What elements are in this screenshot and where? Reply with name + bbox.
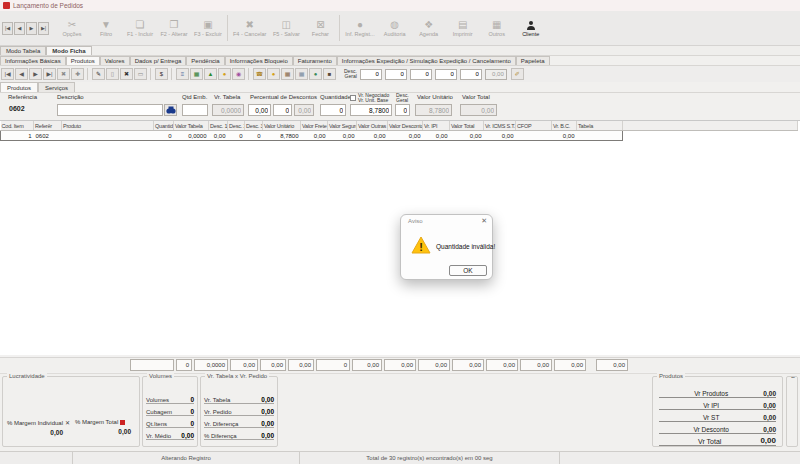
grid-row-selected[interactable]: 1 0602 0 0,0000 0,00 0 0 8,7800 0,00 0,0… [1, 131, 798, 141]
filter-button[interactable]: ▼ Filtro [89, 13, 123, 43]
next-item-icon[interactable]: ▶ [29, 68, 42, 80]
tab-servicos[interactable]: Serviços [38, 82, 75, 92]
col-header[interactable]: Desc. 3 [245, 121, 263, 131]
cancel-item-icon[interactable]: ✖ [120, 68, 133, 80]
col-header[interactable]: Vr. B.C. [552, 121, 577, 131]
col-header[interactable]: Quantid [154, 121, 174, 131]
insert-button[interactable]: ❏ F1 - Incluir [123, 13, 157, 43]
table-icon[interactable]: ▦ [295, 68, 308, 80]
dialog-ok-button[interactable]: OK [449, 265, 487, 276]
col-header[interactable]: Valor Unitário [263, 121, 301, 131]
dollar-icon[interactable]: $ [155, 68, 168, 80]
tab-pendencia[interactable]: Pendência [186, 56, 224, 65]
col-header[interactable]: Referêr [34, 121, 62, 131]
dialog-close-icon[interactable]: ✕ [481, 217, 487, 225]
list-icon[interactable]: ≡ [176, 68, 189, 80]
col-header[interactable]: Valor Frete [301, 121, 328, 131]
tab-faturamento[interactable]: Faturamento [293, 56, 337, 65]
package-icon[interactable]: ▦ [281, 68, 294, 80]
stamp-icon[interactable]: ✐ [511, 68, 524, 80]
yellow-dot-icon[interactable]: ● [218, 68, 231, 80]
delete-button[interactable]: ▣ F3 - Excluir [191, 13, 225, 43]
cancel-button[interactable]: ✖ F4 - Cancelar [230, 13, 269, 43]
save-button[interactable]: ◫ F5 - Salvar [269, 13, 303, 43]
target-icon[interactable]: ◉ [232, 68, 245, 80]
tab-papeleta[interactable]: Papeleta [516, 56, 550, 65]
globe-icon[interactable]: ● [309, 68, 322, 80]
desc-geral-field-1[interactable] [360, 69, 382, 80]
col-header[interactable]: Valor Total [450, 121, 484, 131]
qtd-emb-field[interactable] [182, 104, 208, 116]
tab-modo-ficha[interactable]: Modo Ficha [46, 46, 91, 55]
prior-record-button[interactable]: ◀ [14, 22, 25, 35]
record-info-button[interactable]: ● Inf. Regist... [342, 13, 377, 43]
total-cell: 0,00 [260, 359, 286, 371]
descricao-field[interactable] [57, 104, 163, 116]
col-header[interactable]: Valor Desconto [388, 121, 423, 131]
item-toolbar: |◀ ◀ ▶ ▶| ✖ ✚ ✎ ▯ ✖ ▭ $ ≡ ▦ ▲ ● ◉ ☎ ● ▦ … [0, 66, 800, 82]
tab-produtos[interactable]: Produtos [66, 56, 100, 65]
delete-item-icon[interactable]: ✖ [57, 68, 70, 80]
vr-negociado-checkbox[interactable] [350, 95, 356, 101]
desc-geral-field-2[interactable] [385, 69, 407, 80]
insert-item-icon[interactable]: ✚ [71, 68, 84, 80]
prior-item-icon[interactable]: ◀ [15, 68, 28, 80]
col-header[interactable]: Valor Seguro [328, 121, 357, 131]
tab-informacoes-bloqueio[interactable]: Informações Bloqueio [225, 56, 293, 65]
col-header[interactable]: Produto [62, 121, 154, 131]
vr-tabela-field [212, 104, 244, 116]
last-record-button[interactable]: ▶| [38, 22, 49, 35]
desconto-1-field[interactable] [248, 104, 271, 116]
edit-item-icon[interactable]: ✎ [92, 68, 105, 80]
col-header[interactable]: Valor Outras [357, 121, 388, 131]
col-header[interactable]: Valor Tabela [174, 121, 209, 131]
col-header[interactable]: Vr. ICMS S.T. [484, 121, 516, 131]
desc-geral-field-4[interactable] [435, 69, 457, 80]
edit-button[interactable]: ❐ F2 - Alterar [157, 13, 191, 43]
print-button[interactable]: ▤ Imprimir [446, 13, 480, 43]
tab-produtos-itens[interactable]: Produtos [0, 82, 38, 92]
total-cell: 0,00 [418, 359, 450, 371]
arrow-up-icon[interactable]: ▲ [204, 68, 217, 80]
first-item-icon[interactable]: |◀ [1, 68, 14, 80]
desc-geral-field-5[interactable] [460, 69, 482, 80]
desc-geral-form-field[interactable] [395, 104, 410, 116]
col-header[interactable]: Vr. IPI [423, 121, 450, 131]
cell: 0 [154, 131, 174, 141]
title-bar: Lançamento de Pedidos [0, 0, 800, 11]
tab-dados-entrega[interactable]: Dados p/ Entrega [130, 56, 187, 65]
gold-dot-icon[interactable]: ● [267, 68, 280, 80]
col-header[interactable]: CFOP [516, 121, 552, 131]
others-button[interactable]: ▦ Outros [480, 13, 514, 43]
spreadsheet-icon[interactable]: ▦ [190, 68, 203, 80]
next-record-button[interactable]: ▶ [26, 22, 37, 35]
col-header[interactable]: Cod. Item [1, 121, 34, 131]
tab-informacoes-basicas[interactable]: Informações Básicas [0, 56, 66, 65]
vr-negociado-field[interactable] [350, 104, 392, 116]
close-button[interactable]: ⊠ Fechar [303, 13, 337, 43]
post-item-icon[interactable]: ▭ [134, 68, 147, 80]
phone-icon[interactable]: ☎ [253, 68, 266, 80]
tab-modo-tabela[interactable]: Modo Tabela [0, 46, 46, 55]
options-button[interactable]: ✂ Opções [55, 13, 89, 43]
status-cell-empty [0, 452, 73, 464]
search-product-button[interactable] [164, 104, 177, 116]
percentual-descontos-label: Percentual de Descontos [250, 94, 317, 100]
client-button[interactable]: Cliente [514, 13, 548, 43]
tab-expedicao[interactable]: Informações Expedição / Simulação Expedi… [337, 56, 516, 65]
quantidade-field[interactable] [320, 104, 346, 116]
tab-valores[interactable]: Valores [100, 56, 130, 65]
desc-geral-field-3[interactable] [410, 69, 432, 80]
col-header[interactable]: Tabela [577, 121, 623, 131]
first-record-button[interactable]: |◀ [2, 22, 13, 35]
agenda-button[interactable]: ❖ Agenda [412, 13, 446, 43]
col-header[interactable]: Desc. 1 [209, 121, 228, 131]
view-item-icon[interactable]: ▯ [106, 68, 119, 80]
cell: 0,00 [484, 131, 516, 141]
audit-button[interactable]: ◍ Auditoria [378, 13, 412, 43]
box-icon[interactable]: ■ [323, 68, 336, 80]
last-item-icon[interactable]: ▶| [43, 68, 56, 80]
col-header[interactable]: Desc. 2 [228, 121, 245, 131]
desconto-2-field[interactable] [273, 104, 292, 116]
referencia-value[interactable]: 0602 [9, 105, 25, 112]
